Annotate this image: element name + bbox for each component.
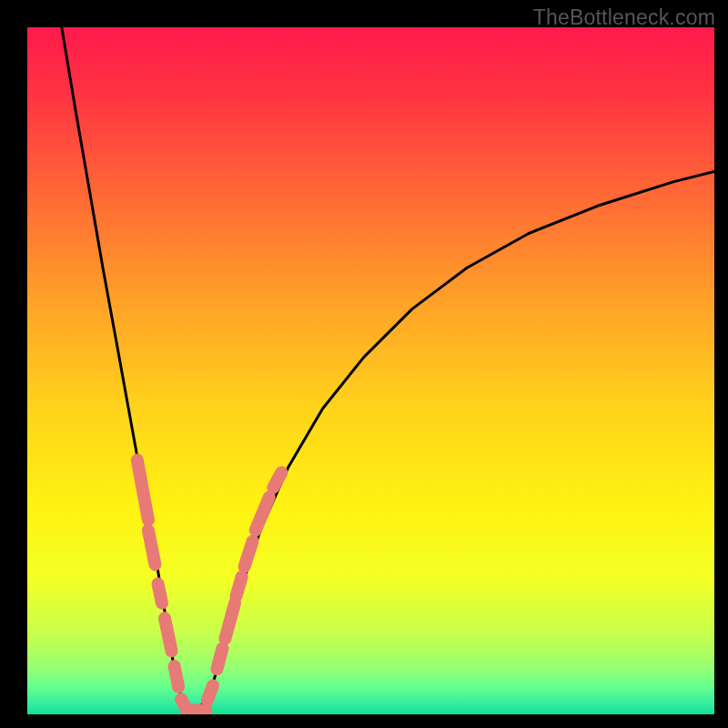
svg-line-1 — [137, 460, 148, 521]
svg-line-5 — [175, 666, 179, 687]
svg-line-4 — [165, 618, 172, 651]
svg-line-8 — [207, 685, 213, 701]
svg-line-12 — [245, 541, 253, 567]
svg-line-10 — [225, 603, 235, 639]
svg-line-14 — [273, 472, 281, 488]
svg-line-11 — [237, 577, 242, 596]
chart-frame: TheBottleneck.com — [0, 0, 728, 728]
svg-line-13 — [256, 497, 269, 530]
bottleneck-curve — [27, 27, 714, 714]
plot-area — [27, 27, 714, 714]
svg-line-9 — [217, 649, 222, 670]
svg-line-3 — [157, 584, 162, 603]
svg-line-2 — [148, 531, 156, 565]
watermark-text: TheBottleneck.com — [533, 5, 715, 30]
